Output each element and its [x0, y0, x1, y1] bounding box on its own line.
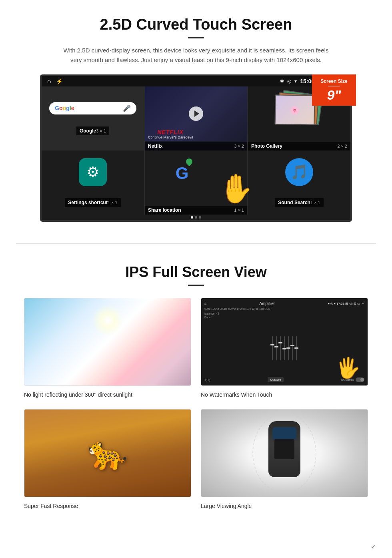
android-screen: ⌂ ⚡ ✱ ◎ ▾ 15:06 ⊡ ◁) ⊠ ▭ — [40, 74, 352, 222]
status-bar-left: ⌂ ⚡ — [47, 78, 63, 85]
section1-title: 2.5D Curved Touch Screen — [24, 16, 368, 33]
sunlight-image — [24, 298, 191, 386]
amp-title: Amplifier — [259, 301, 275, 306]
cheetah-image: 🐆 — [24, 409, 191, 497]
amp-balance-label: Balance — [204, 312, 214, 315]
car-bg: ↙ — [201, 409, 368, 497]
google-label: Google 3 × 1 — [76, 126, 109, 135]
settings-gear-icon: ⚙ — [86, 164, 99, 181]
car-top-view — [264, 421, 304, 485]
device-mockup: Screen Size 9" ⌂ ⚡ ✱ ◎ ▾ 15:06 ⊡ ◁) ⊠ — [40, 74, 352, 222]
share-label: Share location 1 × 1 — [145, 206, 247, 215]
section1-description: With 2.5D curved-display screen, this de… — [60, 46, 332, 65]
netflix-app-name: Netflix — [148, 143, 163, 149]
home-icon[interactable]: ⌂ — [47, 78, 51, 85]
toggle-pill[interactable] — [356, 377, 364, 382]
feature-cheetah: 🐆 Super Fast Response — [24, 409, 191, 511]
sun-flare — [92, 304, 124, 336]
badge-size: 9" — [327, 87, 341, 102]
car-roof — [274, 439, 294, 459]
share-app-name: Share location — [148, 207, 181, 213]
feature-sunlight: No light reflecting under 360° direct su… — [24, 298, 191, 399]
netflix-grid-size: 3 × 2 — [234, 144, 244, 149]
sunlight-caption: No light reflecting under 360° direct su… — [24, 390, 191, 399]
amplifier-image: ⌂ Amplifier ▾ ◎ ▾ 17:33 ⊡ ◁) ⊠ ▭ ← 60hz … — [201, 298, 368, 386]
title-underline — [188, 37, 204, 38]
bluetooth-icon: ✱ — [280, 78, 284, 84]
features-grid: No light reflecting under 360° direct su… — [24, 298, 368, 511]
section2-underline — [188, 285, 204, 286]
gallery-grid-size: 2 × 2 — [337, 144, 347, 149]
screen-size-badge: Screen Size 9" — [312, 74, 356, 106]
settings-grid-size: 1 × 1 — [108, 200, 118, 205]
netflix-info: NETFLIX Continue Marvel's Daredevil — [148, 129, 193, 139]
gallery-app-name: Photo Gallery — [251, 143, 282, 149]
sound-label: Sound Search 1 × 1 — [275, 198, 323, 207]
sound-app-name: Sound Search — [278, 200, 310, 205]
amp-status: ▾ ◎ ▾ 17:33 ⊡ ◁) ⊠ ▭ ← — [328, 302, 364, 305]
amp-header: ⌂ Amplifier ▾ ◎ ▾ 17:33 ⊡ ◁) ⊠ ▭ ← — [204, 301, 364, 306]
badge-label: Screen Size — [315, 78, 353, 84]
usb-icon: ⚡ — [56, 78, 63, 84]
share-grid-size: 1 × 1 — [234, 208, 244, 213]
google-grid-size: 3 × 1 — [96, 128, 106, 133]
settings-label: Settings shortcut 1 × 1 — [65, 198, 120, 207]
car-windshield — [272, 427, 296, 439]
netflix-app-cell[interactable]: NETFLIX Continue Marvel's Daredevil Netf… — [145, 86, 247, 151]
amp-freq-label: 60hz 100hz 200hz 500hz 1k 2.5k 10k 12.5k… — [204, 307, 270, 310]
wifi-icon: ▾ — [294, 78, 297, 84]
car-caption: Large Viewing Angle — [201, 501, 368, 511]
section-curved-touch: 2.5D Curved Touch Screen With 2.5D curve… — [0, 0, 392, 235]
netflix-subtitle: Continue Marvel's Daredevil — [148, 135, 193, 139]
car-body — [268, 421, 300, 477]
status-bar: ⌂ ⚡ ✱ ◎ ▾ 15:06 ⊡ ◁) ⊠ ▭ — [42, 76, 350, 86]
netflix-logo: NETFLIX — [148, 129, 193, 135]
app-grid-row2: ⚙ Settings shortcut 1 × 1 G — [42, 151, 350, 215]
amp-custom-btn[interactable]: Custom — [268, 377, 284, 382]
amp-home-icon: ⌂ — [204, 302, 206, 305]
amp-fader-label: Fader — [204, 316, 212, 319]
dot-1 — [191, 216, 193, 219]
google-app-name: Google — [80, 128, 96, 134]
dot-2 — [195, 216, 197, 219]
dot-3 — [199, 216, 201, 219]
amp-volume-icon: ◁) — [216, 312, 219, 315]
section2-title: IPS Full Screen View — [24, 264, 368, 281]
amp-back-icon: ◁◁ — [204, 378, 210, 382]
cheetah-icon: 🐆 — [88, 434, 128, 472]
gps-icon: ◎ — [287, 78, 291, 84]
share-app-cell[interactable]: G 🤚 Share location 1 × 1 — [145, 151, 247, 215]
cheetah-caption: Super Fast Response — [24, 501, 191, 511]
feature-car: ↙ Large Viewing Angle — [201, 409, 368, 511]
sound-grid-size: 1 × 1 — [310, 200, 320, 205]
settings-icon-wrap: ⚙ — [79, 158, 107, 186]
section-ips: IPS Full Screen View No light reflecting… — [0, 252, 392, 527]
car-image: ↙ — [201, 409, 368, 497]
app-grid-row1: Google 🎤 Google 3 × 1 NETFLIX — [42, 86, 350, 151]
mic-icon: 🎤 — [123, 104, 131, 112]
google-search-bar[interactable]: Google 🎤 — [49, 102, 136, 114]
hand-eq-icon: 🖐 — [336, 356, 360, 379]
sunlight-bg — [24, 298, 191, 385]
netflix-play-btn[interactable] — [189, 106, 203, 121]
google-logo: Google — [55, 105, 74, 111]
hand-pointing-icon: 🤚 — [218, 172, 253, 205]
badge-bar — [328, 86, 340, 86]
feature-amplifier: ⌂ Amplifier ▾ ◎ ▾ 17:33 ⊡ ◁) ⊠ ▭ ← 60hz … — [201, 298, 368, 399]
settings-app-cell[interactable]: ⚙ Settings shortcut 1 × 1 — [42, 151, 144, 215]
section-divider — [16, 243, 376, 244]
toggle-dot — [360, 378, 364, 381]
cheetah-bg: 🐆 — [24, 409, 191, 497]
netflix-label: Netflix 3 × 2 — [145, 142, 247, 151]
sound-app-cell[interactable]: 🎵 Sound Search 1 × 1 — [248, 151, 350, 215]
gallery-label: Photo Gallery 2 × 2 — [248, 142, 350, 151]
amplifier-caption: No Watermarks When Touch — [201, 390, 368, 399]
google-app-cell[interactable]: Google 🎤 Google 3 × 1 — [42, 86, 144, 151]
pagination-dots — [42, 215, 350, 220]
settings-app-name: Settings shortcut — [68, 200, 108, 205]
music-note-icon: 🎵 — [290, 164, 308, 181]
sound-icon-wrap: 🎵 — [285, 158, 313, 186]
amplifier-bg: ⌂ Amplifier ▾ ◎ ▾ 17:33 ⊡ ◁) ⊠ ▭ ← 60hz … — [201, 298, 368, 385]
